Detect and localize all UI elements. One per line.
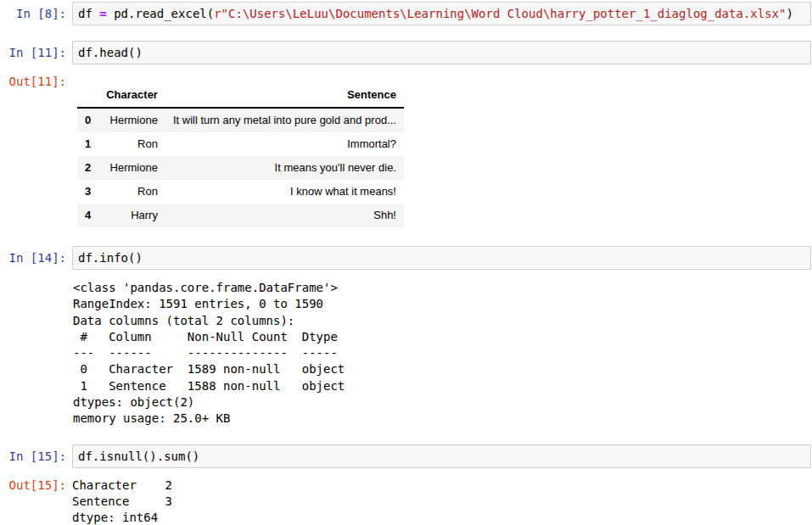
output-prompt-label: Out[15]: (0, 475, 66, 493)
cell-character: Ron (98, 180, 165, 204)
cell-sentence: Shh! (165, 204, 404, 227)
input-prompt-label: In [15]: (0, 444, 66, 464)
code-cell-in11: In [11]: df.head() Out[11]: Character Se… (0, 41, 812, 227)
cell-character: Harry (98, 204, 165, 227)
output-content: Character 2 Sentence 3 dtype: int64 (72, 475, 812, 525)
notebook: In [8]: df = pd.read_excel(r"C:\Users\Le… (0, 0, 812, 525)
cell-sentence: It means you'll never die. (165, 156, 404, 180)
cell-sentence: I know what it means! (165, 180, 404, 204)
row-index: 4 (77, 204, 98, 227)
code-input[interactable]: df.head() (72, 41, 811, 64)
output-row: Out[15]: Character 2 Sentence 3 dtype: i… (0, 475, 812, 525)
dataframe-table: Character Sentence 0 Hermione It will tu… (77, 83, 404, 227)
input-prompt-label: In [14]: (0, 246, 66, 265)
code-line: df.info() (78, 250, 805, 265)
code-input[interactable]: df = pd.read_excel(r"C:\Users\LeLuu\Docu… (72, 2, 811, 25)
table-row: 0 Hermione It will turn any metal into p… (77, 108, 404, 132)
code-cell-in8: In [8]: df = pd.read_excel(r"C:\Users\Le… (0, 2, 812, 25)
output-row: Out[11]: Character Sentence 0 Hermione (0, 70, 812, 227)
index-column-header (77, 83, 98, 108)
output-prompt-label: Out[11]: (0, 70, 66, 89)
column-header-sentence: Sentence (165, 83, 404, 108)
code-line: df = pd.read_excel(r"C:\Users\LeLuu\Docu… (78, 6, 805, 21)
table-row: 2 Hermione It means you'll never die. (77, 156, 404, 180)
output-content: Character Sentence 0 Hermione It will tu… (72, 70, 812, 227)
input-row: In [15]: df.isnull().sum() (0, 444, 812, 468)
input-prompt-label: In [11]: (0, 41, 66, 60)
row-index: 3 (77, 180, 98, 204)
cell-character: Ron (98, 132, 165, 156)
table-row: 4 Harry Shh! (77, 204, 404, 227)
stream-output: <class 'pandas.core.frame.DataFrame'> Ra… (0, 280, 812, 427)
table-header-row: Character Sentence (77, 83, 404, 108)
code-input[interactable]: df.isnull().sum() (72, 444, 811, 468)
code-cell-in15: In [15]: df.isnull().sum() Out[15]: Char… (0, 444, 812, 525)
code-cell-in14: In [14]: df.info() <class 'pandas.core.f… (0, 246, 812, 427)
row-index: 1 (77, 132, 98, 156)
column-header-character: Character (98, 83, 165, 108)
series-output-text: Character 2 Sentence 3 dtype: int64 (72, 475, 812, 525)
table-row: 3 Ron I know what it means! (77, 180, 404, 204)
cell-sentence: Immortal? (165, 132, 404, 156)
cell-character: Hermione (98, 156, 165, 180)
code-line: df.isnull().sum() (78, 449, 805, 464)
table-row: 1 Ron Immortal? (77, 132, 404, 156)
code-input[interactable]: df.info() (72, 246, 811, 270)
cell-sentence: It will turn any metal into pure gold an… (165, 108, 404, 132)
code-line: df.head() (78, 45, 805, 60)
input-row: In [8]: df = pd.read_excel(r"C:\Users\Le… (0, 2, 812, 25)
stream-output-text: <class 'pandas.core.frame.DataFrame'> Ra… (73, 280, 812, 427)
row-index: 0 (77, 108, 98, 132)
row-index: 2 (77, 156, 98, 180)
input-row: In [11]: df.head() (0, 41, 812, 64)
input-row: In [14]: df.info() (0, 246, 812, 270)
input-prompt-label: In [8]: (0, 2, 66, 21)
cell-character: Hermione (98, 108, 165, 132)
